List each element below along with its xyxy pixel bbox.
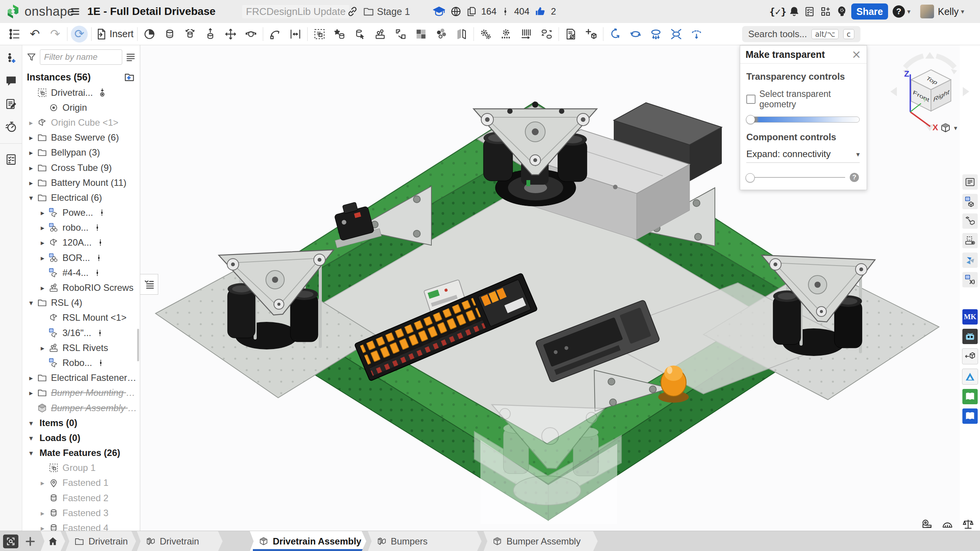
mate-connector-icon[interactable] (331, 26, 348, 43)
variables-grid-icon[interactable] (962, 272, 978, 287)
help-icon[interactable]: ? (893, 5, 905, 18)
workspace-folder-icon[interactable] (362, 0, 375, 23)
public-globe-icon[interactable] (450, 0, 462, 23)
tab-bumpers-parts[interactable]: Bumpers (368, 531, 482, 551)
expand-chevron-icon[interactable]: ▸ (37, 223, 48, 232)
assembly-tree-icon[interactable] (6, 26, 23, 43)
drag-handle-icon[interactable] (96, 238, 105, 247)
configurations-icon[interactable] (962, 194, 978, 209)
animate-insert-icon[interactable] (647, 26, 664, 43)
slider-mate-icon[interactable] (202, 26, 219, 43)
feature-list-flyout-toggle[interactable] (140, 274, 158, 295)
view-cube[interactable]: Top Front Right Z X Y (886, 48, 974, 136)
linear-relation-icon[interactable] (518, 26, 535, 43)
help-icon[interactable]: ? (850, 173, 859, 182)
derived-parts-icon[interactable] (962, 213, 978, 229)
tasks-checklist-icon[interactable] (804, 0, 815, 23)
component-slider[interactable] (746, 177, 845, 178)
replicate-icon[interactable] (392, 26, 409, 43)
share-button[interactable]: Share (851, 3, 888, 20)
likes-icon[interactable] (534, 0, 546, 23)
onshape-logo[interactable] (5, 0, 21, 23)
tree-item-4-40[interactable]: #4-4... (22, 265, 140, 280)
group-parts-icon[interactable] (311, 26, 328, 43)
appearance-icon[interactable] (433, 26, 450, 43)
robot-app-icon[interactable] (962, 329, 978, 344)
tree-item-bellypan[interactable]: ▸ Bellypan (3) (22, 145, 140, 160)
expand-mode-dropdown[interactable]: Expand: connectivity ▾ (746, 149, 860, 163)
expand-chevron-icon[interactable]: ▾ (25, 434, 37, 442)
tree-item-bor[interactable]: ▸ BOR... (22, 250, 140, 265)
tree-item-origin-cube[interactable]: ▸ Origin Cube <1> (22, 115, 140, 130)
expand-chevron-icon[interactable]: ▸ (37, 524, 48, 531)
slider-handle[interactable] (746, 115, 755, 124)
user-avatar[interactable] (920, 5, 934, 18)
tree-item-fastened-3[interactable]: ▸ Fastened 3 (22, 505, 140, 520)
tree-section-items[interactable]: ▾ Items (0) (22, 415, 140, 430)
variables-badge-icon[interactable]: {✓} (769, 0, 787, 23)
expand-chevron-icon[interactable]: ▸ (25, 179, 37, 187)
tree-item-roborio-screws[interactable]: ▸ RoboRIO Screws (22, 280, 140, 295)
expand-chevron-icon[interactable]: ▸ (37, 509, 48, 517)
notifications-bell-icon[interactable] (788, 0, 800, 23)
expand-chevron-icon[interactable]: ▸ (37, 344, 48, 352)
tree-item-rsl-mount[interactable]: RSL Mount <1> (22, 310, 140, 325)
tree-item-base-swerve[interactable]: ▸ Base Swerve (6) (22, 130, 140, 145)
list-options-icon[interactable] (125, 52, 136, 62)
redo-icon[interactable]: ↷ (47, 26, 64, 43)
ball-mate-icon[interactable] (243, 26, 259, 43)
drag-handle-icon[interactable] (93, 269, 102, 277)
expand-chevron-icon[interactable]: ▾ (25, 298, 37, 307)
revolute-mate-icon[interactable] (182, 26, 198, 43)
insert-button[interactable]: Insert (95, 26, 134, 43)
tree-item-root[interactable]: Drivetrai... (22, 85, 140, 100)
filter-icon[interactable] (26, 52, 37, 62)
mass-properties-icon[interactable] (962, 518, 975, 530)
documentation-icon[interactable] (5, 97, 18, 110)
copies-icon[interactable] (466, 0, 477, 23)
slider-handle[interactable] (746, 173, 755, 182)
expand-chevron-icon[interactable]: ▸ (37, 479, 48, 487)
expand-chevron-icon[interactable]: ▸ (25, 148, 37, 157)
protractor-icon[interactable] (941, 518, 954, 530)
tree-item-rsl-rivets[interactable]: ▸ RSL Rivets (22, 340, 140, 355)
expand-chevron-icon[interactable]: ▸ (25, 164, 37, 172)
search-tools-input[interactable]: Search tools... alt/⌥ c (742, 26, 860, 42)
expand-chevron-icon[interactable]: ▾ (25, 449, 37, 457)
expand-chevron-icon[interactable]: ▸ (25, 374, 37, 382)
undo-icon[interactable]: ↶ (26, 26, 43, 43)
exploded-view-icon[interactable] (453, 26, 470, 43)
expand-chevron-icon[interactable]: ▸ (25, 118, 37, 127)
user-name[interactable]: Kelly (938, 6, 959, 17)
animate-sprinkle-icon[interactable] (688, 26, 705, 43)
animate-cycle-icon[interactable] (627, 26, 644, 43)
sheet-roll-icon[interactable] (962, 233, 978, 248)
tab-drivetrain-assembly[interactable]: Drivetrain Assembly (250, 531, 366, 551)
learning-center-icon[interactable] (432, 0, 446, 23)
history-icon[interactable] (5, 120, 18, 133)
snap-mode-icon[interactable] (267, 26, 284, 43)
user-caret-icon[interactable]: ▾ (961, 8, 964, 15)
apps-grid-icon[interactable] (820, 0, 831, 23)
tree-item-bumper-assembly[interactable]: Bumper Assembly <1> (22, 400, 140, 415)
drag-handle-icon[interactable] (98, 208, 106, 217)
transparent-geometry-checkbox[interactable] (746, 95, 755, 104)
sync-icon[interactable]: ⟳ (71, 26, 88, 43)
tree-item-robo2[interactable]: Robo... (22, 355, 140, 370)
filter-input[interactable] (40, 49, 122, 65)
expand-chevron-icon[interactable]: ▸ (37, 208, 48, 217)
tab-drivetrain-parts[interactable]: Drivetrain (137, 531, 223, 551)
tree-item-electrical-fasteners[interactable]: ▸ Electrical Fasteners (... (22, 371, 140, 385)
tree-item-120a[interactable]: ▸ 120A... (22, 235, 140, 250)
tree-section-loads[interactable]: ▾ Loads (0) (22, 430, 140, 445)
screw-relation-icon[interactable] (538, 26, 555, 43)
comments-icon[interactable] (5, 74, 18, 87)
tape-measure-icon[interactable] (920, 518, 933, 530)
animate-rotate-icon[interactable] (607, 26, 624, 43)
gear-relation-icon[interactable] (477, 26, 494, 43)
select-transparent-geometry-row[interactable]: Select transparent geometry (746, 89, 860, 110)
fastened-mate-icon[interactable] (161, 26, 178, 43)
help-caret-icon[interactable]: ▾ (907, 8, 911, 15)
tree-item-bumper-mounting[interactable]: ▸ Bumper Mounting Plat... (22, 385, 140, 400)
home-tab-icon[interactable] (41, 531, 65, 551)
